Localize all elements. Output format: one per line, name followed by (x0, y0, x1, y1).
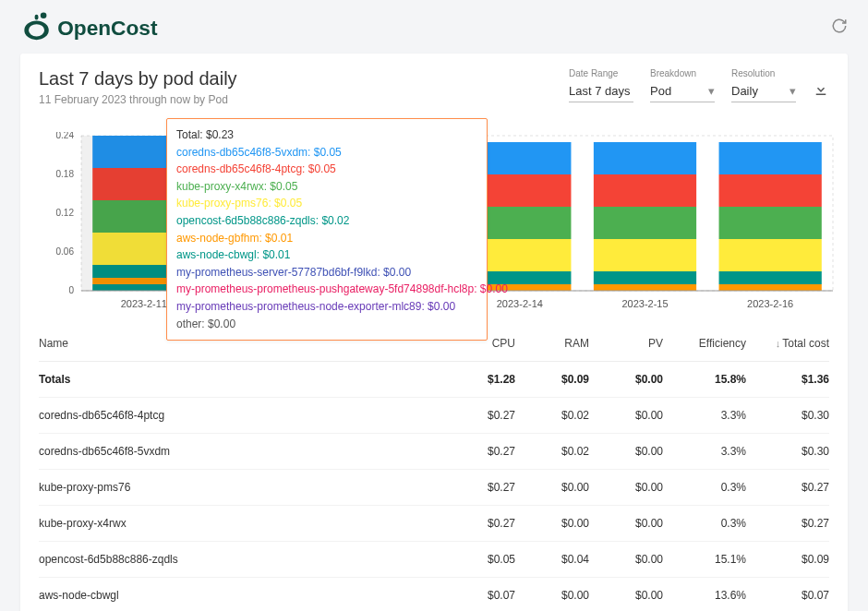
cost-table: Name CPU RAM PV Efficiency ↓Total cost T… (20, 326, 848, 611)
sort-arrow-icon: ↓ (776, 338, 781, 349)
svg-text:2023-2-15: 2023-2-15 (621, 298, 668, 309)
svg-rect-44 (594, 207, 696, 239)
controls-bar: Date Range Last 7 days Breakdown Pod▾ Re… (569, 68, 829, 102)
table-row[interactable]: coredns-db65c46f8-5vxdm$0.27$0.02$0.003.… (39, 434, 829, 470)
cell-eff: 3.3% (663, 409, 746, 422)
cell-pv: $0.00 (589, 445, 663, 458)
svg-rect-43 (594, 239, 696, 271)
breakdown-select[interactable]: Breakdown Pod▾ (650, 68, 715, 102)
th-ram[interactable]: RAM (515, 337, 589, 350)
chart: 00.060.120.180.242023-2-112023-2-122023-… (20, 114, 848, 326)
th-efficiency[interactable]: Efficiency (663, 337, 746, 350)
totals-row: Totals $1.28 $0.09 $0.00 15.8% $1.36 (39, 362, 829, 398)
th-total[interactable]: ↓Total cost (746, 337, 829, 350)
svg-rect-42 (594, 271, 696, 284)
cell-eff: 13.6% (663, 589, 746, 602)
cell-cpu: $0.27 (441, 517, 515, 530)
table-body: coredns-db65c46f8-4ptcg$0.27$0.02$0.003.… (39, 398, 829, 611)
svg-text:0.24: 0.24 (56, 132, 75, 140)
cell-name: coredns-db65c46f8-4ptcg (39, 409, 441, 422)
svg-rect-45 (594, 174, 696, 207)
app-header: OpenCost (0, 0, 868, 54)
chevron-down-icon: ▾ (790, 84, 796, 98)
cell-cpu: $0.27 (441, 445, 515, 458)
cell-total: $0.30 (746, 445, 829, 458)
cell-total: $0.09 (746, 553, 829, 566)
svg-text:2023-2-11: 2023-2-11 (121, 298, 167, 309)
resolution-value: Daily (731, 84, 758, 98)
cell-ram: $0.09 (515, 373, 589, 386)
table-row[interactable]: coredns-db65c46f8-4ptcg$0.27$0.02$0.003.… (39, 398, 829, 434)
svg-text:0.18: 0.18 (56, 169, 75, 179)
cell-cpu: $1.28 (441, 373, 515, 386)
tooltip-line: my-prometheus-prometheus-node-exporter-m… (176, 298, 477, 316)
cell-ram: $0.00 (515, 517, 589, 530)
svg-rect-48 (719, 284, 822, 291)
cell-cpu: $0.27 (441, 409, 515, 422)
tooltip-line: kube-proxy-pms76: $0.05 (176, 195, 477, 212)
svg-rect-53 (719, 142, 822, 174)
cell-name: aws-node-cbwgl (39, 589, 441, 602)
svg-text:0.06: 0.06 (56, 246, 75, 257)
cell-name: coredns-db65c46f8-5vxdm (39, 445, 441, 458)
tooltip-total: Total: $0.23 (176, 126, 477, 144)
cell-eff: 0.3% (663, 481, 746, 494)
svg-text:0.12: 0.12 (56, 208, 75, 218)
chevron-down-icon: ▾ (708, 84, 715, 98)
tooltip-line: coredns-db65c46f8-5vxdm: $0.05 (176, 144, 477, 162)
tooltip-line: coredns-db65c46f8-4ptcg: $0.05 (176, 161, 477, 178)
cell-pv: $0.00 (589, 517, 663, 530)
svg-rect-49 (719, 271, 822, 284)
tooltip-line: other: $0.00 (176, 316, 477, 333)
main-card: Last 7 days by pod daily 11 February 202… (20, 54, 848, 611)
resolution-select[interactable]: Resolution Daily▾ (731, 68, 796, 102)
refresh-icon[interactable] (831, 18, 848, 37)
card-header: Last 7 days by pod daily 11 February 202… (20, 54, 848, 114)
svg-rect-41 (594, 284, 696, 291)
svg-rect-51 (719, 207, 822, 239)
svg-text:OpenCost: OpenCost (57, 16, 158, 40)
svg-text:0: 0 (68, 285, 74, 295)
date-range-select[interactable]: Date Range Last 7 days (569, 68, 633, 102)
cell-name: kube-proxy-pms76 (39, 481, 441, 494)
brand-logo[interactable]: OpenCost (20, 11, 196, 42)
table-row[interactable]: aws-node-cbwgl$0.07$0.00$0.0013.6%$0.07 (39, 578, 829, 611)
download-icon[interactable] (813, 81, 829, 101)
resolution-label: Resolution (731, 68, 796, 78)
chart-tooltip: Total: $0.23 coredns-db65c46f8-5vxdm: $0… (166, 118, 488, 341)
cell-total: $0.30 (746, 409, 829, 422)
svg-point-1 (29, 24, 44, 36)
cell-pv: $0.00 (589, 553, 663, 566)
table-row[interactable]: opencost-6d5b88c886-zqdls$0.05$0.04$0.00… (39, 542, 829, 578)
breakdown-label: Breakdown (650, 68, 715, 78)
cell-pv: $0.00 (589, 481, 663, 494)
cell-eff: 15.8% (663, 373, 746, 386)
cell-total: $1.36 (746, 373, 829, 386)
tooltip-line: opencost-6d5b88c886-zqdls: $0.02 (176, 212, 477, 230)
table-row[interactable]: kube-proxy-pms76$0.27$0.00$0.000.3%$0.27 (39, 470, 829, 506)
cell-name: opencost-6d5b88c886-zqdls (39, 553, 441, 566)
cell-total: $0.07 (746, 589, 829, 602)
logo-icon: OpenCost (20, 11, 196, 42)
svg-rect-2 (35, 15, 39, 20)
th-pv[interactable]: PV (589, 337, 663, 350)
breakdown-value: Pod (650, 84, 671, 98)
cell-ram: $0.02 (515, 409, 589, 422)
cell-pv: $0.00 (589, 373, 663, 386)
tooltip-line: aws-node-cbwgl: $0.01 (176, 246, 477, 264)
cell-cpu: $0.27 (441, 481, 515, 494)
cell-eff: 0.3% (663, 517, 746, 530)
cell-cpu: $0.05 (441, 553, 515, 566)
svg-rect-46 (594, 142, 696, 174)
tooltip-line: my-prometheus-server-57787bd6bf-f9lkd: $… (176, 264, 477, 282)
svg-rect-52 (719, 174, 822, 207)
svg-point-3 (41, 12, 47, 18)
table-row[interactable]: kube-proxy-x4rwx$0.27$0.00$0.000.3%$0.27 (39, 506, 829, 542)
cell-cpu: $0.07 (441, 589, 515, 602)
page-title: Last 7 days by pod daily (39, 68, 237, 90)
cell-pv: $0.00 (589, 589, 663, 602)
svg-text:2023-2-16: 2023-2-16 (747, 298, 793, 309)
tooltip-line: kube-proxy-x4rwx: $0.05 (176, 178, 477, 196)
date-range-value: Last 7 days (569, 84, 631, 98)
tooltip-line: aws-node-gbfhm: $0.01 (176, 230, 477, 247)
